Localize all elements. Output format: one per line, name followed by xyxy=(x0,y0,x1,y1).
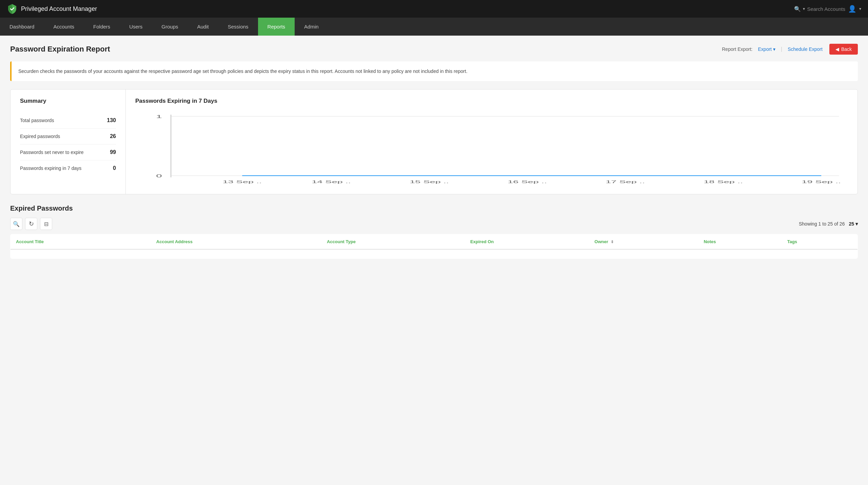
col-tags[interactable]: Tags xyxy=(782,234,858,250)
col-notes[interactable]: Notes xyxy=(698,234,782,250)
schedule-export-button[interactable]: Schedule Export xyxy=(788,46,823,52)
divider: | xyxy=(781,46,782,52)
nav-item-sessions[interactable]: Sessions xyxy=(218,18,258,36)
svg-text:16 Sep ..: 16 Sep .. xyxy=(508,180,547,184)
report-export-row: Report Export: Export ▾ | Schedule Expor… xyxy=(722,46,823,52)
info-text: Securden checks the passwords of your ac… xyxy=(18,69,468,74)
summary-title: Summary xyxy=(20,98,116,104)
page-content: Password Expiration Report Report Export… xyxy=(0,36,868,267)
table-body xyxy=(11,249,858,259)
nav-bar: Dashboard Accounts Folders Users Groups … xyxy=(0,18,868,36)
brand: Privileged Account Manager xyxy=(7,3,97,14)
summary-value-total: 130 xyxy=(107,117,116,123)
table-search-button[interactable]: 🔍 xyxy=(10,218,22,230)
svg-text:17 Sep ..: 17 Sep .. xyxy=(606,180,645,184)
search-icon: 🔍 xyxy=(794,6,801,12)
table-search-icon: 🔍 xyxy=(13,221,20,227)
svg-text:19 Sep ..: 19 Sep .. xyxy=(802,180,841,184)
export-button[interactable]: Export ▾ xyxy=(758,46,775,52)
brand-name: Privileged Account Manager xyxy=(21,5,97,13)
summary-row-total: Total passwords 130 xyxy=(20,113,116,129)
per-page-dropdown-icon: ▾ xyxy=(855,221,858,227)
table-header-row: Account Title Account Address Account Ty… xyxy=(11,234,858,250)
table-toolbar-right: Showing 1 to 25 of 26 25 ▾ xyxy=(799,221,858,227)
export-label: Export xyxy=(758,46,772,52)
search-placeholder: Search Accounts xyxy=(807,6,845,12)
table-toolbar-left: 🔍 ↻ ⊟ xyxy=(10,218,52,230)
nav-item-audit[interactable]: Audit xyxy=(188,18,218,36)
back-label: Back xyxy=(841,46,852,52)
col-account-type[interactable]: Account Type xyxy=(321,234,465,250)
per-page-selector[interactable]: 25 ▾ xyxy=(849,221,858,227)
col-owner[interactable]: Owner ⇕ xyxy=(589,234,698,250)
svg-text:0: 0 xyxy=(156,174,162,178)
per-page-value: 25 xyxy=(849,221,854,227)
user-dropdown-icon[interactable]: ▾ xyxy=(859,6,861,11)
table-row xyxy=(11,249,858,259)
svg-text:14 Sep ..: 14 Sep .. xyxy=(312,180,351,184)
page-header: Password Expiration Report Report Export… xyxy=(10,44,858,55)
svg-text:13 Sep ..: 13 Sep .. xyxy=(222,180,262,184)
brand-icon xyxy=(7,3,18,14)
nav-item-dashboard[interactable]: Dashboard xyxy=(0,18,44,36)
top-header: Privileged Account Manager 🔍 ▾ Search Ac… xyxy=(0,0,868,18)
summary-label-total: Total passwords xyxy=(20,118,54,123)
summary-value-7days: 0 xyxy=(113,165,116,171)
report-export-label: Report Export: xyxy=(722,46,752,52)
page-title: Password Expiration Report xyxy=(10,45,110,54)
summary-row-never-expire: Passwords set never to expire 99 xyxy=(20,144,116,160)
showing-text: Showing 1 to 25 of 26 xyxy=(799,221,845,227)
summary-chart-section: Summary Total passwords 130 Expired pass… xyxy=(10,89,858,194)
chart-title: Passwords Expiring in 7 Days xyxy=(135,98,848,104)
info-box: Securden checks the passwords of your ac… xyxy=(10,61,858,81)
chart-svg: 1 0 13 Sep .. 14 Sep .. 15 Sep .. 16 Sep… xyxy=(135,111,848,186)
nav-item-folders[interactable]: Folders xyxy=(84,18,120,36)
summary-panel: Summary Total passwords 130 Expired pass… xyxy=(11,90,126,194)
table-refresh-button[interactable]: ↻ xyxy=(25,218,37,230)
export-dropdown-icon: ▾ xyxy=(773,46,775,52)
nav-item-groups[interactable]: Groups xyxy=(152,18,188,36)
table-toolbar: 🔍 ↻ ⊟ Showing 1 to 25 of 26 25 ▾ xyxy=(10,218,858,230)
table-refresh-icon: ↻ xyxy=(29,220,34,228)
summary-row-7days: Passwords expiring in 7 days 0 xyxy=(20,160,116,176)
summary-row-expired: Expired passwords 26 xyxy=(20,129,116,144)
nav-item-accounts[interactable]: Accounts xyxy=(44,18,84,36)
back-arrow-icon: ◀ xyxy=(835,46,839,52)
nav-item-admin[interactable]: Admin xyxy=(295,18,328,36)
summary-value-never-expire: 99 xyxy=(110,149,116,155)
table-columns-button[interactable]: ⊟ xyxy=(40,218,52,230)
search-area: 🔍 ▾ Search Accounts 👤 ▾ xyxy=(794,5,861,13)
col-account-address[interactable]: Account Address xyxy=(151,234,321,250)
search-input-wrapper[interactable]: 🔍 ▾ Search Accounts xyxy=(794,6,845,12)
owner-sort-icon: ⇕ xyxy=(611,240,614,244)
expired-passwords-title: Expired Passwords xyxy=(10,205,858,212)
summary-label-never-expire: Passwords set never to expire xyxy=(20,150,84,155)
summary-label-expired: Expired passwords xyxy=(20,134,60,139)
chart-panel: Passwords Expiring in 7 Days 1 0 13 Sep … xyxy=(126,90,857,194)
table-columns-icon: ⊟ xyxy=(44,221,48,227)
summary-value-expired: 26 xyxy=(110,133,116,139)
chart-area: 1 0 13 Sep .. 14 Sep .. 15 Sep .. 16 Sep… xyxy=(135,111,848,186)
svg-text:15 Sep ..: 15 Sep .. xyxy=(410,180,449,184)
col-expired-on[interactable]: Expired On xyxy=(465,234,589,250)
user-icon[interactable]: 👤 xyxy=(848,5,856,13)
back-button[interactable]: ◀ Back xyxy=(829,44,858,55)
summary-label-7days: Passwords expiring in 7 days xyxy=(20,166,81,171)
col-account-title[interactable]: Account Title xyxy=(11,234,151,250)
nav-item-reports[interactable]: Reports xyxy=(258,18,295,36)
expired-passwords-section: Expired Passwords 🔍 ↻ ⊟ Showing 1 to 25 … xyxy=(10,205,858,259)
svg-text:18 Sep ..: 18 Sep .. xyxy=(704,180,743,184)
nav-item-users[interactable]: Users xyxy=(120,18,152,36)
expired-passwords-table: Account Title Account Address Account Ty… xyxy=(10,234,858,259)
search-dropdown-icon: ▾ xyxy=(803,6,805,11)
svg-text:1: 1 xyxy=(156,114,162,119)
